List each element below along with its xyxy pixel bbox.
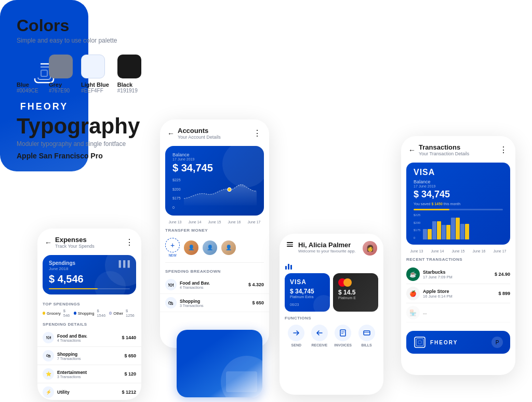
card2-balance: $ 14.5 <box>338 289 373 296</box>
txn-title: Transactions <box>419 143 469 151</box>
dashboard-phone: Hi, Alicia Palmer Welcome to your favour… <box>280 234 383 395</box>
svg-rect-5 <box>288 264 289 270</box>
functions-label: FUNCTIONS <box>285 316 378 320</box>
breakdown-label: SPENDING BREAKDOWN <box>160 265 269 276</box>
color-hex-grey: #767E90 <box>49 88 70 93</box>
visa-card: VISA $ 34,745 Platinum Extra 06/23 <box>285 273 330 312</box>
txn-back-arrow[interactable]: ← <box>408 146 416 154</box>
function-receive[interactable]: RECEIVE <box>311 325 328 347</box>
expenses-menu-icon[interactable]: ⋮ <box>125 237 134 247</box>
typography-section: Typography Moduler typography and single… <box>17 114 152 160</box>
breakdown-shopping-name: Shopping <box>180 299 204 304</box>
apple-amount: $ 899 <box>498 291 510 296</box>
divider-1 <box>165 262 264 263</box>
mastercard-card: $ 14.5 Platinum E <box>333 273 378 312</box>
bills-icon <box>358 325 375 341</box>
starbucks-name: Starbucks <box>423 270 453 275</box>
card-row: VISA $ 34,745 Platinum Extra 06/23 $ 14.… <box>280 273 383 312</box>
swatch-black: Black #191919 <box>117 55 141 93</box>
dashboard-welcome: Welcome to your favourite app. <box>298 249 363 253</box>
avatar-1[interactable]: 👤 <box>184 240 198 255</box>
accounts-chart-svg <box>184 178 257 206</box>
avatar-2[interactable]: 👤 <box>203 240 217 255</box>
breakdown-shopping-icon: 🛍 <box>165 297 177 309</box>
spending-tags: Grocery $ 546 Shopping $ 1546 Other $ 12… <box>37 309 141 318</box>
fheory-card-logo <box>414 336 426 349</box>
dashboard-avatar: 👩 <box>363 241 377 256</box>
third-icon: 🏪 <box>406 306 420 319</box>
food-name: Food and Bav. <box>57 333 87 339</box>
swatch-blue: Blue #0049CE <box>17 55 41 93</box>
tag-other: Other $ 1256 <box>109 309 136 318</box>
recent-transactions-section: RECENT TRANSACTIONS ☕ Starbucks 17 June … <box>401 253 515 327</box>
entertainment-transactions: 3 Transactions <box>57 375 87 379</box>
accounts-back-arrow[interactable]: ← <box>167 129 175 138</box>
accounts-phone: ← Accounts Your Account Details ⋮ Balanc… <box>160 119 269 348</box>
expenses-card-amount: $ 4,546 <box>49 273 130 285</box>
back-arrow-icon[interactable]: ← <box>45 238 52 247</box>
breakdown-food-amount: $ 4.320 <box>248 282 264 287</box>
transfer-money-label: TRANSFER MONEY <box>160 224 269 235</box>
breakdown-food: 🍽 Food and Bav. 4 Transactions $ 4.320 <box>160 276 269 294</box>
receive-label: RECEIVE <box>312 343 328 347</box>
card2-type: Platinum E <box>338 296 373 300</box>
send-icon <box>288 325 304 341</box>
expenses-title: Expenses <box>55 236 95 244</box>
food-transactions: 4 Transactions <box>57 339 87 342</box>
font-name: Apple San Francisco Pro <box>17 152 152 160</box>
tag-grocery: Grocery $ 546 <box>43 309 72 318</box>
breakdown-food-name: Food and Bav. <box>180 280 210 286</box>
txn-balance-date: 17 June 2019 <box>414 184 503 188</box>
invoices-icon <box>335 325 351 341</box>
dashboard-header: Hi, Alicia Palmer Welcome to your favour… <box>280 234 383 260</box>
svg-rect-4 <box>285 266 287 270</box>
top-spendings-label: TOP SPENDINGS <box>37 298 141 309</box>
txn-visa-card: VISA Balance 17 June 2019 $ 34,745 You s… <box>406 163 510 245</box>
food-icon: 🍽 <box>43 332 54 343</box>
svg-rect-7 <box>340 330 345 336</box>
avatar-3[interactable]: 👤 <box>221 240 236 255</box>
accounts-phone-header: ← Accounts Your Account Details ⋮ <box>160 119 269 143</box>
add-transfer-button[interactable]: + <box>165 238 180 252</box>
apple-icon: 🍎 <box>406 287 420 300</box>
expenses-phone-header: ← Expenses Track Your Spends ⋮ <box>37 229 141 252</box>
color-hex-black: #191919 <box>117 88 138 93</box>
color-box-blue <box>17 55 41 78</box>
function-bills[interactable]: BILLS <box>358 325 375 347</box>
accounts-chart-area: $225 $200 $175 0 <box>172 178 257 209</box>
recent-label: RECENT TRANSACTIONS <box>406 257 510 262</box>
functions-section: FUNCTIONS SEND RECEIVE INVOICES <box>280 312 383 349</box>
accounts-card-date: 17 June 2019 <box>172 157 257 161</box>
mastercard-icon <box>338 278 373 287</box>
expenses-card-label: Spendings <box>49 260 130 266</box>
fheory-card-brand: FHEORY <box>430 340 458 345</box>
accounts-menu-icon[interactable]: ⋮ <box>253 128 262 138</box>
functions-row: SEND RECEIVE INVOICES BILLS <box>285 325 378 347</box>
function-send[interactable]: SEND <box>288 325 304 347</box>
food-amount: $ 1440 <box>122 335 136 340</box>
color-hex-lightblue: #EEF4FF <box>81 88 103 93</box>
color-name-lightblue: Light Blue <box>81 82 109 88</box>
color-hex-blue: #0049CE <box>17 88 38 93</box>
bills-label: BILLS <box>362 343 372 347</box>
new-label: NEW <box>165 253 180 257</box>
txn-menu-icon[interactable]: ⋮ <box>499 145 508 155</box>
txn-apple: 🍎 Apple Store 16 June 6:14 PM $ 899 <box>406 284 510 303</box>
entertainment-amount: $ 120 <box>124 371 136 377</box>
shopping-transactions: 7 Transactions <box>57 357 81 360</box>
accounts-balance-card: Balance 17 June 2019 $ 34,745 $225 $200 … <box>165 146 264 216</box>
spending-item-food: 🍽 Food and Bav. 4 Transactions $ 1440 <box>37 329 141 347</box>
svg-point-0 <box>228 187 231 191</box>
transactions-phone: ← Transactions Your Transaction Details … <box>401 136 515 375</box>
breakdown-shopping-count: 3 Transactions <box>180 304 204 307</box>
typography-section-title: Typography <box>17 114 152 138</box>
entertainment-icon: ⭐ <box>43 368 54 380</box>
function-invoices[interactable]: INVOICES <box>335 325 352 347</box>
txn-saved-text: You saved $ 1450 this month <box>414 202 503 206</box>
hamburger-icon[interactable] <box>286 241 294 248</box>
visa-text: VISA <box>290 278 325 286</box>
shopping-amount: $ 650 <box>124 353 136 358</box>
color-name-grey: Grey <box>49 82 62 88</box>
svg-rect-6 <box>290 265 292 270</box>
entertainment-name: Entertainment <box>57 370 87 375</box>
